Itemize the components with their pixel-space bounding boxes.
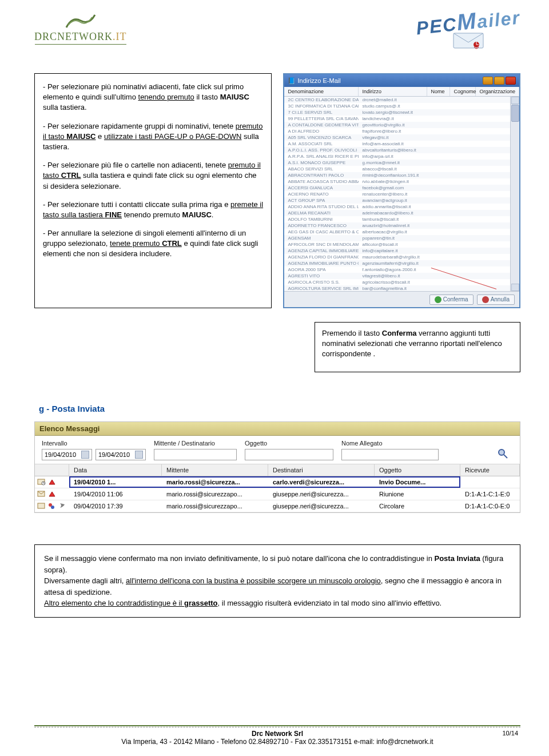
elenco-messaggi: Elenco Messaggi Intervallo 19/04/2010 19…: [34, 421, 520, 513]
table-row[interactable]: 09/04/2010 17:39mario.rossi@sicurezzapo.…: [35, 500, 520, 512]
logo-text: DRCNETWORK: [34, 31, 113, 42]
hdr-oggetto[interactable]: Oggetto: [375, 464, 460, 476]
list-item[interactable]: 3C INFORMATICA DI TIZIANA CAR...studio.c…: [284, 103, 510, 109]
bottom-note-box: Se il messaggio viene confermato ma non …: [34, 544, 520, 618]
list-item[interactable]: 99 PELLETTERIA SRL C/A SAVANAlandichevra…: [284, 116, 510, 122]
page-number: 10/14: [502, 730, 518, 737]
list-item[interactable]: A.M. ASSOCIATI SRLinfo@am-associati.it: [284, 141, 510, 147]
lbl-intervallo: Intervallo: [42, 440, 146, 447]
dialog-title: Indirizzo E-Mail: [298, 77, 341, 84]
date-from-input[interactable]: 19/04/2010: [42, 449, 92, 460]
list-item[interactable]: A05 SRL VINCENZO SCARCAvitegav@tc.it: [284, 134, 510, 141]
instructions-box: - Per selezionare più nominativi adiacen…: [34, 73, 272, 308]
pec-m: M: [456, 7, 479, 34]
logo-suffix: .IT: [113, 31, 127, 42]
list-item[interactable]: ADDIO ANNA RITA STUDIO DEL LAV...addio.a…: [284, 204, 510, 210]
list-item[interactable]: A.P.O.L.I. ASS. PROF. OLIVICOLI 30...abv…: [284, 147, 510, 153]
svg-line-3: [504, 455, 507, 458]
col-indirizzo[interactable]: Indirizzo: [359, 87, 427, 96]
lbl-oggetto: Oggetto: [245, 440, 333, 447]
list-item[interactable]: ACIERNO RENATOrenatocenter@libero.it: [284, 191, 510, 197]
scrollbar[interactable]: [510, 97, 519, 291]
svg-point-11: [51, 506, 54, 509]
col-cognome[interactable]: Cognome: [450, 87, 476, 96]
cancel-button[interactable]: Annulla: [477, 295, 515, 305]
elenco-title: Elenco Messaggi: [35, 422, 520, 436]
list-item[interactable]: AEG GAS DI CASC ALBERTO & C SNL...albert…: [284, 229, 510, 235]
logo-drcnetwork: DRCNETWORK.IT: [34, 11, 127, 45]
logo-pecmailer: PECMailer: [416, 9, 520, 50]
dialog-list[interactable]: 2C CENTRO ELABORAZIONE DATIdrcnet@mailed…: [284, 97, 510, 291]
list-item[interactable]: ADOLFO TAMBURINItambura@tiscali.it: [284, 216, 510, 222]
swirl-icon: [63, 11, 98, 31]
list-item[interactable]: ABBATE ACOASCA STUDIO ABBATE ...rvio.abb…: [284, 178, 510, 185]
list-item[interactable]: AGRESTI VITOvitagresti@libero.it: [284, 273, 510, 279]
list-item[interactable]: ABACO SERVIZI SRLabacco@tiscali.it: [284, 166, 510, 172]
hdr-dest[interactable]: Destinatari: [268, 464, 375, 476]
allegato-input[interactable]: [341, 449, 439, 460]
list-item[interactable]: ACT GROUP SPAavanciarr@actgroup.it: [284, 197, 510, 204]
list-item[interactable]: A CONTALDONE GEOMETRA VITT...geovittorio…: [284, 122, 510, 128]
list-item[interactable]: AGENZIA FLORIO DI GIANFRANCOmaurodebarba…: [284, 254, 510, 260]
dialog-titlebar: 📘 Indirizzo E-Mail: [284, 74, 519, 87]
table-row[interactable]: 19/04/2010 1...mario.rossi@sicurezza...c…: [35, 476, 520, 488]
search-icon[interactable]: [497, 448, 508, 459]
svg-rect-9: [38, 503, 45, 508]
col-org[interactable]: Organizzazione: [476, 87, 519, 96]
list-item[interactable]: AGORA 2000 SPAf.antoniallo@agora-2000.it: [284, 266, 510, 273]
elenco-header: Data Mittente Destinatari Oggetto Ricevu…: [35, 464, 520, 476]
lbl-mittdest: Mittente / Destinatario: [154, 440, 237, 447]
list-item[interactable]: ADORNETTO FRANCESCOaruazbri@hotmailnret.…: [284, 222, 510, 229]
list-item[interactable]: A.R.P.A. SRL ANALISI RICER E PIA...info@…: [284, 153, 510, 160]
confirm-note-box: Premendo il tasto Conferma verranno aggi…: [315, 322, 520, 372]
list-item[interactable]: 7 CI.LE SERVIZI SRLlovato.sergio@tiscnew…: [284, 109, 510, 116]
hdr-ricevute[interactable]: Ricevute: [460, 464, 520, 476]
footer-company: Drc Network Srl: [34, 730, 520, 738]
page-footer: Drc Network Srl 10/14 Via Imperia, 43 - …: [34, 725, 520, 746]
list-item[interactable]: AFRICOLOR SNC DI MENDOLAMIaflicolor@tisc…: [284, 241, 510, 248]
list-item[interactable]: ACCERSI GIANLUCAfacebok@gmail.com: [284, 185, 510, 191]
elenco-filters: Intervallo 19/04/2010 19/04/2010 Mittent…: [35, 436, 520, 464]
page-header: DRCNETWORK.IT PECMailer: [34, 11, 520, 50]
close-icon[interactable]: [506, 77, 516, 85]
hdr-data[interactable]: Data: [69, 464, 162, 476]
maximize-icon[interactable]: [494, 77, 504, 85]
footer-address: Via Imperia, 43 - 20142 Milano - Telefon…: [34, 738, 520, 746]
col-denominazione[interactable]: Denominazione: [284, 87, 359, 96]
col-nome[interactable]: Nome: [427, 87, 450, 96]
list-item[interactable]: AGENSAMpopanren@tin.it: [284, 235, 510, 241]
address-dialog: 📘 Indirizzo E-Mail Denominazione Indiriz…: [283, 73, 520, 308]
table-row[interactable]: 19/04/2010 11:06mario.rossi@sicurezzapo.…: [35, 488, 520, 500]
dialog-columns: Denominazione Indirizzo Nome Cognome Org…: [284, 87, 519, 97]
list-item[interactable]: AGENZIA CAPITAL IMMOBILIARE DIinfo@capit…: [284, 248, 510, 254]
list-item[interactable]: A DI ALFREDOfraplfonre@libero.it: [284, 128, 510, 134]
list-item[interactable]: AGENZIA IMMOBILIARE PUNTO CASAagenziauml…: [284, 260, 510, 266]
minimize-icon[interactable]: [483, 77, 493, 85]
chevron-down-icon[interactable]: [135, 451, 143, 459]
svg-point-2: [499, 449, 504, 455]
list-item[interactable]: AGRICOLTURA SERVICE SRL IMM.bar@confiagm…: [284, 285, 510, 291]
list-item[interactable]: ABRACONTRANTI PAOLOrimini@deconfianloon.…: [284, 172, 510, 178]
list-item[interactable]: A.S.I. MONACO GIUSEPPEg.morrica@mnet.it: [284, 160, 510, 166]
section-title: g - Posta Inviata: [39, 404, 520, 413]
pec-p1: PEC: [415, 14, 458, 38]
oggetto-input[interactable]: [245, 449, 333, 460]
confirm-button[interactable]: Conferma: [429, 295, 474, 305]
lbl-allegato: Nome Allegato: [341, 440, 439, 447]
mittente-input[interactable]: [154, 449, 237, 460]
list-item[interactable]: 2C CENTRO ELABORAZIONE DATIdrcnet@mailed…: [284, 97, 510, 103]
pec-p2: ailer: [476, 7, 521, 33]
chevron-down-icon[interactable]: [81, 451, 89, 459]
date-to-input[interactable]: 19/04/2010: [96, 449, 146, 460]
list-item[interactable]: ADELMA RECANATIadelmabacardo@libero.it: [284, 210, 510, 216]
hdr-mittente[interactable]: Mittente: [162, 464, 268, 476]
